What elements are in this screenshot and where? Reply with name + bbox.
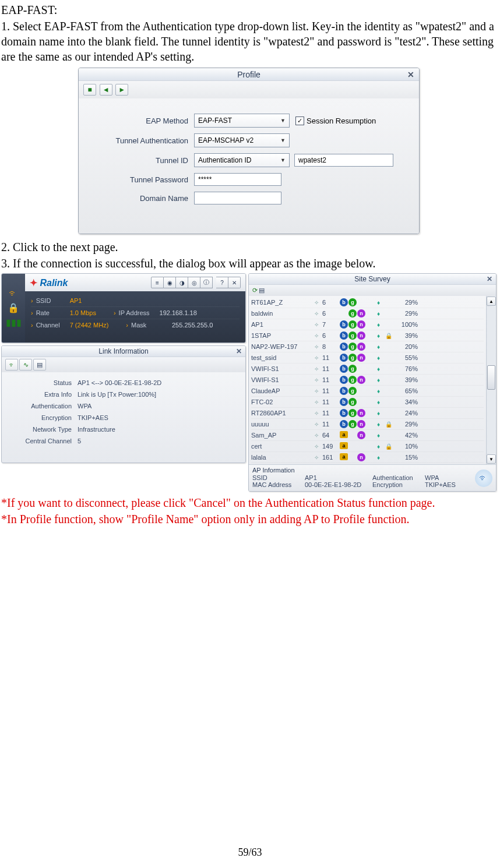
site-survey-row[interactable]: lalala✧161an♦15% [251, 452, 484, 463]
site-survey-row[interactable]: 1STAP✧6bgn♦🔒39% [251, 330, 484, 341]
list-icon[interactable]: ▤ [259, 287, 265, 294]
site-survey-row[interactable]: test_ssid✧11bgn♦55% [251, 352, 484, 364]
toolbar-btn-4[interactable]: ◎ [188, 277, 200, 288]
badge-n-icon: n [357, 376, 365, 384]
mode-badges: bgn [340, 420, 377, 428]
notes-icon[interactable]: ▤ [33, 359, 46, 371]
link-info-label: Authentication [8, 403, 78, 410]
label-enc: Encryption [372, 481, 421, 488]
mode-badges: an [340, 453, 377, 461]
signal-icon: ✧ [314, 432, 322, 439]
ssid-cell: uuuuu [251, 421, 314, 428]
scroll-up-icon[interactable]: ▲ [487, 297, 496, 306]
ssid-cell: AP1 [251, 321, 314, 328]
site-survey-row[interactable]: AP1✧7bgn♦100% [251, 319, 484, 330]
signal-icon: ✧ [314, 322, 322, 328]
eap-method-dropdown[interactable]: EAP-FAST ▼ [194, 114, 290, 128]
close-icon[interactable]: ✕ [228, 277, 241, 288]
badge-g-icon: g [348, 320, 357, 329]
stop-icon[interactable]: ■ [83, 84, 96, 96]
session-resumption-checkbox[interactable]: ✓ Session Resumption [295, 117, 376, 125]
ssid-cell: Sam_AP [251, 432, 314, 439]
site-survey-row[interactable]: RT61AP_Z✧6bg♦29% [251, 297, 484, 308]
arrow-icon: › [31, 297, 33, 304]
value-mac: 00-0E-2E-E1-98-2D [305, 481, 361, 488]
badge-g-icon: g [348, 376, 357, 384]
site-survey-row[interactable]: baldwin✧6gn♦29% [251, 308, 484, 319]
toolbar-btn-2[interactable]: ◉ [164, 277, 176, 288]
site-survey-title-bar: Site Survey ✕ [249, 274, 496, 285]
ap-info-title: AP Information [252, 467, 492, 474]
site-survey-row[interactable]: FTC-02✧11bg♦34% [251, 397, 484, 408]
badge-b-icon: b [340, 343, 348, 351]
lock-icon: 🔒 [8, 302, 19, 313]
profile-title-bar: Profile ✕ [79, 68, 419, 81]
step-2: 2. Click to the next page. [1, 239, 497, 255]
badge-b-icon: b [340, 376, 348, 384]
toolbar-btn-5[interactable]: ⓘ [200, 277, 213, 288]
tunnel-password-input[interactable] [194, 173, 281, 186]
badge-b-icon: b [340, 420, 348, 428]
toolbar-btn-1[interactable]: ≡ [151, 277, 164, 288]
site-survey-list: RT61AP_Z✧6bg♦29%baldwin✧6gn♦29%AP1✧7bgn♦… [249, 296, 496, 464]
toolbar-btn-3[interactable]: ◑ [176, 277, 188, 288]
tunnel-auth-dropdown[interactable]: EAP-MSCHAP v2 ▼ [194, 133, 290, 147]
back-arrow-icon[interactable]: ◄ [100, 84, 112, 96]
site-survey-row[interactable]: VWIFI-S1✧11bg♦76% [251, 364, 484, 375]
site-survey-row[interactable]: uuuuu✧11bgn♦🔒29% [251, 419, 484, 430]
ssid-cell: lalala [251, 454, 314, 461]
chevron-down-icon: ▼ [280, 137, 286, 143]
link-info-title: Link Information [98, 347, 148, 355]
tunnel-id-dropdown[interactable]: Authentication ID ▼ [194, 153, 290, 167]
row-tunnel-auth: Tunnel Authentication EAP-MSCHAP v2 ▼ [89, 133, 409, 147]
security-icon: ♦ [377, 388, 385, 394]
value-ssid: AP1 [305, 474, 317, 481]
refresh-icon[interactable]: ⟳ [252, 287, 258, 294]
value-channel: 7 (2442 MHz) [70, 322, 109, 329]
scrollbar[interactable]: ▲ ▼ [486, 296, 496, 464]
badge-b-icon: b [340, 365, 348, 373]
channel-cell: 6 [322, 299, 340, 306]
close-icon[interactable]: ✕ [407, 70, 414, 79]
forward-arrow-icon[interactable]: ► [115, 84, 128, 96]
connection-figure: ᯤ 🔒 ▮▮▮ Ralink ≡ ◉ ◑ ◎ ⓘ ? ✕ [1, 273, 497, 492]
scroll-down-icon[interactable]: ▼ [487, 454, 496, 464]
site-survey-row[interactable]: ClaudeAP✧11bg♦65% [251, 386, 484, 397]
site-survey-row[interactable]: RT2860AP1✧11bgn♦24% [251, 408, 484, 419]
signal-icon: ✧ [314, 443, 322, 450]
heartbeat-icon[interactable]: ∿ [19, 359, 32, 371]
link-info-toolbar: ᯤ ∿ ▤ [2, 357, 245, 372]
link-info-label: Extra Info [8, 391, 78, 398]
site-survey-row[interactable]: VWIFI-S1✧11bgn♦39% [251, 375, 484, 386]
signal-icon: ✧ [314, 366, 322, 372]
security-icon: ♦ [377, 333, 385, 339]
site-survey-row[interactable]: Sam_AP✧64an♦42% [251, 430, 484, 441]
apinfo-ssid: SSID AP1 [252, 474, 372, 481]
arrow-icon: › [31, 309, 33, 316]
tunnel-id-input[interactable] [294, 154, 393, 167]
badge-g-icon: g [348, 365, 357, 373]
mode-badges: bgn [340, 343, 377, 351]
page-number: 59/63 [0, 846, 500, 859]
domain-name-input[interactable] [194, 192, 281, 204]
close-icon[interactable]: ✕ [236, 347, 242, 355]
badge-n-icon: n [357, 320, 365, 329]
link-info-value: WPA [78, 403, 91, 410]
badge-n-icon: n [357, 331, 365, 340]
link-info-row: Extra InfoLink is Up [Tx Power:100%] [8, 389, 240, 400]
security-icon: ♦ [377, 355, 385, 361]
channel-cell: 64 [322, 432, 340, 439]
link-info-label: Central Channel [8, 437, 78, 444]
scroll-thumb[interactable] [487, 365, 495, 390]
help-icon[interactable]: ? [216, 277, 228, 288]
site-survey-row[interactable]: cert✧149a♦🔒10% [251, 441, 484, 452]
label-ssid: SSID [36, 297, 70, 304]
note-1: *If you want to disconnect, please click… [1, 495, 497, 510]
scroll-track[interactable] [487, 307, 495, 453]
signal-icon[interactable]: ᯤ [5, 359, 18, 371]
site-survey-row[interactable]: NAP2-WEP-197✧8bgn♦20% [251, 341, 484, 352]
link-info-value: Infrastructure [78, 426, 115, 433]
link-info-value: TKIP+AES [78, 414, 108, 421]
close-icon[interactable]: ✕ [487, 275, 492, 283]
badge-b-icon: b [340, 398, 348, 406]
